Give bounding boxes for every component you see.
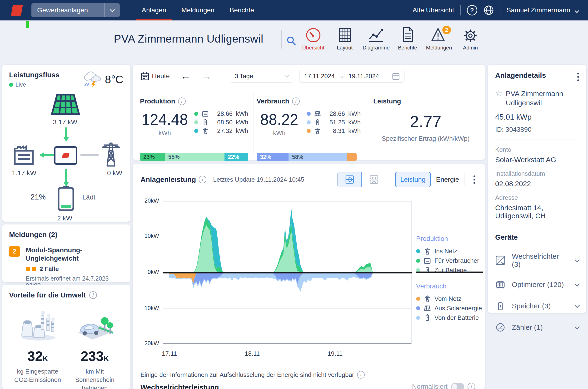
chevron-down-icon[interactable] (575, 257, 580, 262)
device-row-optimizer[interactable]: Optimierer (120) (495, 279, 579, 290)
co2-suffix: K (43, 355, 48, 362)
bar-segment: 23% (140, 153, 165, 161)
alert-cases-count: 2 Fälle (39, 265, 59, 273)
action-layout[interactable]: Layout (332, 25, 358, 51)
info-icon[interactable]: i (468, 383, 475, 389)
range-select-value: 3 Tage (235, 72, 253, 80)
production-row-value: 27.32 (212, 127, 233, 134)
legend-dot (194, 112, 198, 116)
device-row-meter[interactable]: Zähler (1) (495, 322, 579, 333)
legend-item[interactable]: Aus Solarenergie (416, 303, 485, 313)
info-icon[interactable]: i (357, 371, 365, 379)
divider (500, 5, 500, 15)
action-uebersicht[interactable]: Übersicht (300, 25, 326, 51)
consumption-row-unit: kWh (348, 119, 361, 126)
action-berichte[interactable]: Berichte (395, 25, 420, 51)
action-diagramme[interactable]: Diagramme (363, 25, 389, 51)
nav-tab-anlagen[interactable]: Anlagen (134, 0, 174, 20)
plant-details-card: Anlagendetails ☆ PVA Zimmermann Udligens… (488, 65, 586, 313)
plant-header: PVA Zimmermann Udligenswil Übersicht Lay… (0, 20, 588, 63)
favorite-star-icon[interactable]: ☆ (495, 89, 502, 97)
combined-view-button[interactable] (337, 172, 362, 187)
zero-line (163, 272, 412, 273)
legend-item[interactable]: Ins Netz (416, 246, 485, 256)
chevron-down-icon[interactable] (105, 3, 120, 17)
consumption-breakdown: 28.66 kWh 51.25 kWh 8.31 kWh (307, 109, 361, 137)
pv-power: 3.17 kW (53, 118, 77, 126)
legend-item[interactable]: Vom Netz (416, 294, 485, 303)
info-icon[interactable]: i (292, 97, 300, 105)
chevron-down-icon[interactable] (575, 303, 580, 308)
flow-arrow-down-icon (63, 168, 70, 187)
chevron-down-icon[interactable] (575, 324, 580, 329)
previous-period-button[interactable]: ← (181, 71, 191, 81)
legend-dot (307, 129, 311, 133)
legend-item[interactable]: Von der Batterie (416, 313, 485, 323)
consumption-unit: kWh (257, 129, 302, 137)
today-button[interactable]: Heute (141, 72, 170, 80)
live-label: Live (15, 81, 26, 88)
grid-pylon-icon (314, 127, 321, 134)
consumption-row-value: 8.31 (325, 127, 345, 134)
solar-car-illustration (73, 309, 116, 342)
legend-dot (416, 259, 420, 263)
range-select[interactable]: 3 Tage (230, 70, 293, 83)
address-value: Chriesimatt 14, Udligenswil, CH (495, 204, 579, 220)
details-menu-button[interactable] (575, 71, 581, 83)
optimizer-icon (495, 279, 506, 290)
date-range-picker[interactable]: 17.11.2024 → 19.11.2024 (299, 70, 404, 83)
split-view-button[interactable] (362, 172, 386, 187)
chevron-down-icon[interactable] (575, 281, 580, 286)
normalized-toggle[interactable] (451, 383, 464, 389)
case-square-icon (26, 267, 30, 271)
nav-tab-meldungen[interactable]: Meldungen (174, 0, 222, 20)
legend-label: Aus Solarenergie (435, 305, 482, 312)
help-icon[interactable]: ? (467, 5, 477, 15)
alerts-card: Meldungen (2) 2 Modul-Spannung-Ungleichg… (2, 225, 130, 282)
legend-item[interactable]: Zur Batterie (416, 265, 485, 275)
environment-title: Vorteile für die Umwelt (9, 291, 86, 299)
production-row-value: 68.50 (212, 119, 233, 126)
user-menu[interactable]: Samuel Zimmermann (507, 6, 579, 14)
old-view-link[interactable]: Alte Übersicht (412, 6, 454, 14)
device-row-inverter[interactable]: Wechselrichter (3) (495, 252, 579, 268)
alert-list-item[interactable]: 2 Modul-Spannung-Ungleichgewicht 2 Fälle… (9, 246, 123, 289)
chart-title: Anlagenleistung (141, 175, 196, 184)
plant-power-chart[interactable] (163, 201, 412, 346)
grid-pylon-icon (424, 295, 431, 302)
report-document-icon (401, 25, 415, 43)
km-suffix: K (104, 355, 109, 362)
info-icon[interactable]: i (89, 291, 97, 299)
nav-tab-berichte[interactable]: Berichte (222, 0, 262, 20)
chart-legend-production: Produktion Ins Netz Für Verbraucher Zur … (416, 235, 485, 275)
live-dot (9, 83, 13, 87)
mode-energie-button[interactable]: Energie (431, 172, 464, 187)
info-icon[interactable]: i (178, 97, 186, 105)
chart-menu-button[interactable] (472, 174, 477, 186)
action-admin[interactable]: Admin (458, 25, 483, 51)
specific-yield-caption: Spezifischer Ertrag (kWh/kWp) (373, 135, 478, 142)
km-caption: km Mit Sonnenschein betrieben (66, 367, 123, 389)
legend-dot (307, 120, 311, 124)
search-icon[interactable] (286, 35, 297, 47)
production-row-unit: kWh (236, 127, 248, 134)
temperature: 8°C (105, 73, 123, 86)
alert-count-badge: 2 (442, 26, 451, 34)
install-date-value: 02.08.2022 (495, 180, 579, 188)
divider (495, 140, 579, 140)
info-icon[interactable]: i (199, 176, 206, 183)
plant-name: PVA Zimmermann Udligenswil (506, 89, 579, 107)
device-row-storage[interactable]: Speicher (3) (495, 301, 579, 311)
y-tick: 20kW (142, 197, 159, 204)
production-bar: 23%55%22% (140, 153, 248, 161)
top-navbar: Gewerbeanlagen Anlagen Meldungen Bericht… (0, 0, 588, 20)
site-type-select[interactable]: Gewerbeanlagen (32, 3, 120, 17)
address-label: Adresse (495, 194, 579, 201)
performance-label: Leistung (373, 97, 401, 105)
legend-item[interactable]: Für Verbraucher (416, 256, 485, 265)
globe-icon[interactable] (483, 5, 494, 15)
navbar-tabs: Anlagen Meldungen Berichte (134, 0, 262, 20)
mode-leistung-button[interactable]: Leistung (395, 172, 431, 187)
next-period-button[interactable]: → (202, 71, 212, 81)
action-meldungen[interactable]: 2 Meldungen (426, 25, 452, 51)
